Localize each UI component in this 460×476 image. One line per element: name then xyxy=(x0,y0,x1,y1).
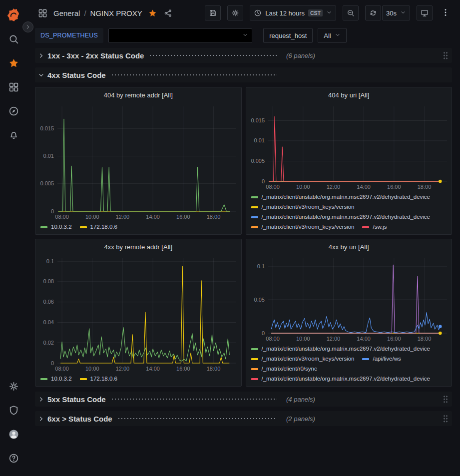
main-area: General / NGINX PROXY xyxy=(27,0,460,476)
legend-label: /_matrix/client/unstable/org.matrix.msc2… xyxy=(262,192,431,202)
gear-icon xyxy=(8,381,19,392)
panel-header[interactable]: 404 by remote addr [All] xyxy=(35,87,241,102)
legend-item[interactable]: /_matrix/client/unstable/org.matrix.msc2… xyxy=(251,374,431,384)
panel: 4xx by uri [All] 08:0010:0012:0014:0016:… xyxy=(246,239,453,387)
more-options-button[interactable] xyxy=(439,8,452,18)
legend-item[interactable]: 172.18.0.6 xyxy=(80,374,117,384)
panel: 404 by uri [All] 08:0010:0012:0014:0016:… xyxy=(246,87,453,235)
svg-text:0.01: 0.01 xyxy=(43,153,54,159)
svg-text:0.01: 0.01 xyxy=(254,137,264,143)
svg-text:12:00: 12:00 xyxy=(116,366,130,372)
dashboard-row-4xx[interactable]: 4xx Status Code xyxy=(35,67,452,82)
dashboard-row-6xx[interactable]: 6xx > Status Code (2 panels) xyxy=(35,411,452,426)
legend-swatch xyxy=(362,226,369,228)
sidebar-server-admin-button[interactable] xyxy=(2,399,24,421)
sidebar-search-button[interactable] xyxy=(2,28,24,50)
svg-text:0.08: 0.08 xyxy=(43,278,54,284)
dashboard-settings-button[interactable] xyxy=(227,5,243,20)
dashboard-grid-icon xyxy=(37,7,48,19)
sidebar-alerting-button[interactable] xyxy=(2,124,24,146)
svg-text:0.015: 0.015 xyxy=(40,125,54,131)
svg-text:08:00: 08:00 xyxy=(266,184,280,190)
share-dashboard-button[interactable] xyxy=(163,8,173,18)
panel-header[interactable]: 4xx by uri [All] xyxy=(246,239,452,254)
sidebar-starred-button[interactable] xyxy=(2,52,24,74)
panel-chart[interactable]: 08:0010:0012:0014:0016:0018:0000.050.1 xyxy=(246,254,452,343)
datasource-variable-label[interactable]: DS_PROMETHEUS xyxy=(35,28,103,43)
request-host-variable-value[interactable]: All xyxy=(318,28,346,43)
svg-text:14:00: 14:00 xyxy=(357,336,371,342)
svg-text:16:00: 16:00 xyxy=(176,366,190,372)
sidebar-dashboards-button[interactable] xyxy=(2,76,24,98)
row-title-group: 1xx - 3xx - 2xx Status Code xyxy=(47,51,277,60)
panel: 404 by remote addr [All] 08:0010:0012:00… xyxy=(35,87,242,235)
clock-icon xyxy=(254,9,262,17)
dashboard-row-5xx[interactable]: 5xx Status Code (4 panels) xyxy=(35,392,452,407)
legend-item[interactable]: /_matrix/client/v3/room_keys/version xyxy=(251,222,355,232)
legend-item[interactable]: /_matrix/client/unstable/org.matrix.msc2… xyxy=(251,212,431,222)
legend-label: 10.0.3.2 xyxy=(51,222,72,232)
refresh-dashboard-button[interactable] xyxy=(365,5,381,20)
legend-item[interactable]: /_matrix/client/v3/room_keys/version xyxy=(251,202,355,212)
grafana-logo-icon xyxy=(6,7,21,22)
tv-mode-button[interactable] xyxy=(417,5,433,20)
legend-item[interactable]: /api/live/ws xyxy=(362,354,401,364)
legend-swatch xyxy=(251,378,258,380)
legend-label: /sw.js xyxy=(373,222,387,232)
datasource-variable-select[interactable] xyxy=(108,28,252,43)
help-icon xyxy=(8,453,19,464)
time-series-chart: 08:0010:0012:0014:0016:0018:0000.0050.01… xyxy=(35,102,241,221)
breadcrumb-folder[interactable]: General xyxy=(53,9,80,17)
zoom-out-time-button[interactable] xyxy=(343,5,359,20)
legend-label: 172.18.0.6 xyxy=(90,374,117,384)
time-series-chart: 08:0010:0012:0014:0016:0018:0000.050.1 xyxy=(246,254,452,343)
row-drag-handle[interactable] xyxy=(443,51,448,59)
legend-item[interactable]: 10.0.3.2 xyxy=(40,374,72,384)
time-range-picker[interactable]: Last 12 hours CST xyxy=(250,5,336,20)
monitor-icon xyxy=(421,9,429,17)
legend-item[interactable]: /_matrix/client/v3/room_keys/version xyxy=(251,354,355,364)
svg-text:08:00: 08:00 xyxy=(55,214,69,220)
sidebar-grafana-logo-button[interactable] xyxy=(2,4,24,26)
sidebar-expand-button[interactable] xyxy=(22,21,33,32)
panel-header[interactable]: 4xx by remote addr [All] xyxy=(35,239,241,254)
panel-legend: 10.0.3.2172.18.0.6 xyxy=(35,221,241,234)
panel-legend: /_matrix/client/unstable/org.matrix.msc2… xyxy=(246,191,452,234)
panel-header[interactable]: 404 by uri [All] xyxy=(246,87,452,102)
legend-item[interactable]: /_matrix/client/unstable/org.matrix.msc2… xyxy=(251,192,431,202)
sidebar-help-button[interactable] xyxy=(2,447,24,469)
sidebar-user-avatar-button[interactable] xyxy=(2,423,24,445)
svg-text:12:00: 12:00 xyxy=(326,336,340,342)
refresh-interval-dropdown[interactable]: 30s xyxy=(382,5,410,20)
favorite-toggle-button[interactable] xyxy=(147,8,158,18)
panel-title: 404 by remote addr [All] xyxy=(104,91,173,99)
panel-chart[interactable]: 08:0010:0012:0014:0016:0018:0000.020.040… xyxy=(35,254,241,373)
legend-item[interactable]: 172.18.0.6 xyxy=(80,222,117,232)
chevron-right-icon xyxy=(38,416,44,422)
share-icon xyxy=(164,9,172,17)
sidebar xyxy=(0,0,27,476)
legend-item[interactable]: 10.0.3.2 xyxy=(40,222,72,232)
row-panel-count: (2 panels) xyxy=(286,415,315,423)
panel-chart[interactable]: 08:0010:0012:0014:0016:0018:0000.0050.01… xyxy=(35,102,241,221)
save-dashboard-button[interactable] xyxy=(205,5,221,20)
time-series-chart: 08:0010:0012:0014:0016:0018:0000.0050.01… xyxy=(246,102,452,191)
dashboard-row-1xx-3xx-2xx[interactable]: 1xx - 3xx - 2xx Status Code (6 panels) xyxy=(35,48,452,63)
row-drag-handle[interactable] xyxy=(443,415,448,423)
row-title: 5xx Status Code xyxy=(47,395,106,404)
request-host-variable-label[interactable]: request_host xyxy=(263,28,313,43)
svg-text:10:00: 10:00 xyxy=(85,214,99,220)
svg-text:12:00: 12:00 xyxy=(326,184,340,190)
panel-chart[interactable]: 08:0010:0012:0014:0016:0018:0000.0050.01… xyxy=(246,102,452,191)
legend-item[interactable]: /_matrix/client/r0/sync xyxy=(251,364,317,374)
svg-text:18:00: 18:00 xyxy=(207,366,221,372)
row-drag-handle[interactable] xyxy=(443,395,448,403)
sidebar-explore-button[interactable] xyxy=(2,100,24,122)
legend-item[interactable]: /sw.js xyxy=(362,222,387,232)
legend-item[interactable]: /_matrix/client/unstable/org.matrix.msc2… xyxy=(251,344,431,354)
row-title-group: 6xx > Status Code xyxy=(47,415,277,423)
variables-toolbar: DS_PROMETHEUS request_host All xyxy=(27,26,460,45)
panel-title: 4xx by remote addr [All] xyxy=(104,243,172,251)
sidebar-configuration-button[interactable] xyxy=(2,375,24,397)
time-series-chart: 08:0010:0012:0014:0016:0018:0000.020.040… xyxy=(35,254,241,373)
